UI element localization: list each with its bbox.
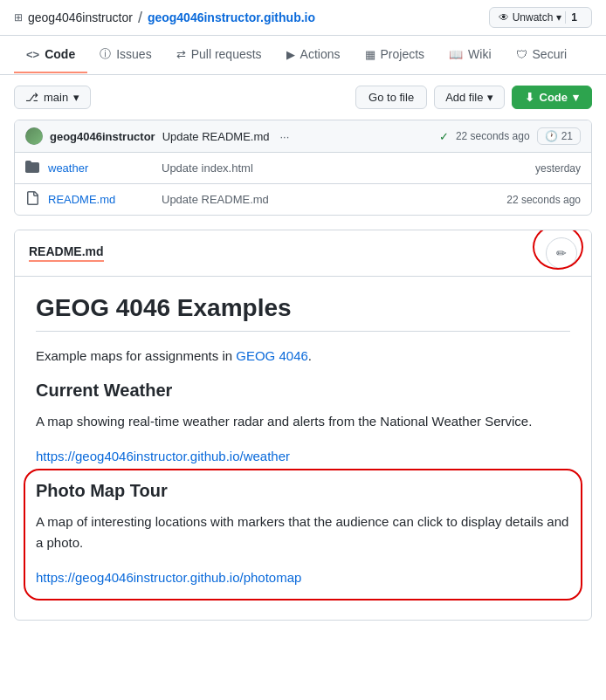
repo-separator: / (138, 9, 142, 27)
repo-name-link[interactable]: geog4046instructor.github.io (148, 10, 315, 24)
actions-icon: ▶ (286, 48, 295, 61)
chevron-down-icon: ▾ (556, 11, 561, 24)
chevron-down-icon: ▾ (73, 91, 79, 104)
photo-map-tour-section: Photo Map Tour A map of interesting loca… (36, 481, 570, 588)
tab-pull-requests-label: Pull requests (191, 47, 262, 61)
tab-wiki-label: Wiki (468, 47, 491, 61)
add-file-label: Add file (445, 91, 483, 104)
chevron-down-icon: ▾ (487, 91, 493, 104)
top-bar: ⊞ geog4046instructor / geog4046instructo… (0, 0, 606, 36)
readme-intro: Example maps for assignments in GEOG 404… (36, 346, 570, 367)
intro-end: . (308, 348, 312, 363)
commit-message: Update README.md (162, 130, 270, 143)
branch-name: main (44, 91, 68, 104)
readme-body: GEOG 4046 Examples Example maps for assi… (15, 277, 591, 620)
commit-dots: ··· (276, 130, 293, 143)
file-name-weather[interactable]: weather (48, 161, 153, 175)
commit-history[interactable]: 🕐 21 (537, 127, 581, 145)
chevron-down-icon: ▾ (573, 91, 579, 104)
issues-icon: ⓘ (100, 46, 111, 62)
tab-pull-requests[interactable]: ⇄ Pull requests (164, 37, 274, 73)
geog4046-link[interactable]: GEOG 4046 (236, 348, 308, 363)
readme-section-link-weather: https://geog4046instructor.github.io/wea… (36, 446, 570, 467)
file-time-readme: 22 seconds ago (506, 194, 581, 206)
code-icon: <> (26, 48, 39, 61)
readme-section-h2-photomap: Photo Map Tour (36, 481, 570, 501)
toolbar: ⎇ main ▾ Go to file Add file ▾ ⬇ Code ▾ (0, 75, 606, 120)
security-icon: 🛡 (516, 48, 527, 61)
file-time-weather: yesterday (535, 162, 581, 175)
avatar (25, 127, 43, 145)
table-row: README.md Update README.md 22 seconds ag… (15, 184, 591, 215)
tab-code-label: Code (45, 47, 75, 61)
tab-security-label: Securi (533, 47, 568, 61)
check-icon: ✓ (439, 130, 449, 143)
readme-h1: GEOG 4046 Examples (36, 294, 570, 332)
tab-projects[interactable]: ▦ Projects (353, 37, 437, 73)
commit-time: 22 seconds ago (456, 130, 530, 142)
eye-icon: 👁 (499, 11, 509, 24)
tab-wiki[interactable]: 📖 Wiki (437, 37, 503, 73)
download-icon: ⬇ (525, 91, 534, 104)
tab-security[interactable]: 🛡 Securi (504, 37, 580, 73)
watch-button[interactable]: 👁 Unwatch ▾ 1 (489, 7, 592, 28)
watch-count: 1 (565, 11, 582, 24)
pull-requests-icon: ⇄ (176, 48, 186, 61)
readme-section-h2-weather: Current Weather (36, 381, 570, 401)
add-file-button[interactable]: Add file ▾ (434, 86, 504, 109)
readme-section-body-weather: A map showing real-time weather radar an… (36, 411, 570, 432)
weather-link[interactable]: https://geog4046instructor.github.io/wea… (36, 449, 290, 463)
readme-header: README.md ✏ (15, 230, 591, 277)
tab-issues-label: Issues (116, 47, 151, 61)
readme-section: README.md ✏ GEOG 4046 Examples Example m… (14, 230, 592, 621)
commit-user[interactable]: geog4046instructor (50, 130, 155, 143)
intro-text: Example maps for assignments in (36, 348, 236, 363)
history-count: 21 (561, 130, 573, 142)
readme-section-link-photomap: https://geog4046instructor.github.io/pho… (36, 567, 570, 588)
commit-header: geog4046instructor Update README.md ··· … (15, 120, 591, 153)
tab-code[interactable]: <> Code (14, 37, 87, 73)
wiki-icon: 📖 (449, 48, 463, 61)
tab-projects-label: Projects (381, 47, 425, 61)
branch-icon: ⎇ (25, 91, 38, 104)
code-label: Code (540, 91, 568, 104)
file-icon (25, 191, 39, 208)
file-table: geog4046instructor Update README.md ··· … (14, 120, 592, 216)
branch-selector[interactable]: ⎇ main ▾ (14, 86, 91, 109)
photomap-link[interactable]: https://geog4046instructor.github.io/pho… (36, 570, 301, 585)
projects-icon: ▦ (365, 48, 375, 61)
history-icon: 🕐 (545, 130, 558, 142)
folder-icon (25, 160, 39, 176)
file-commit-readme: Update README.md (162, 193, 498, 206)
watch-label: Unwatch (513, 11, 554, 24)
repo-owner-link[interactable]: geog4046instructor (28, 10, 133, 24)
readme-section-body-photomap: A map of interesting locations with mark… (36, 511, 570, 553)
commit-check: ✓ (439, 130, 449, 143)
tab-actions[interactable]: ▶ Actions (274, 37, 353, 73)
code-button[interactable]: ⬇ Code ▾ (512, 86, 593, 109)
readme-edit-button[interactable]: ✏ (546, 237, 577, 269)
pencil-icon: ✏ (556, 246, 567, 260)
readme-title: README.md (29, 244, 104, 262)
file-commit-weather: Update index.html (162, 161, 527, 175)
table-row: weather Update index.html yesterday (15, 153, 591, 184)
tab-actions-label: Actions (300, 47, 341, 61)
repo-icon: ⊞ (14, 11, 23, 24)
tab-issues[interactable]: ⓘ Issues (87, 36, 163, 74)
go-to-file-button[interactable]: Go to file (355, 86, 427, 109)
nav-tabs: <> Code ⓘ Issues ⇄ Pull requests ▶ Actio… (0, 36, 606, 75)
file-name-readme[interactable]: README.md (48, 193, 153, 206)
